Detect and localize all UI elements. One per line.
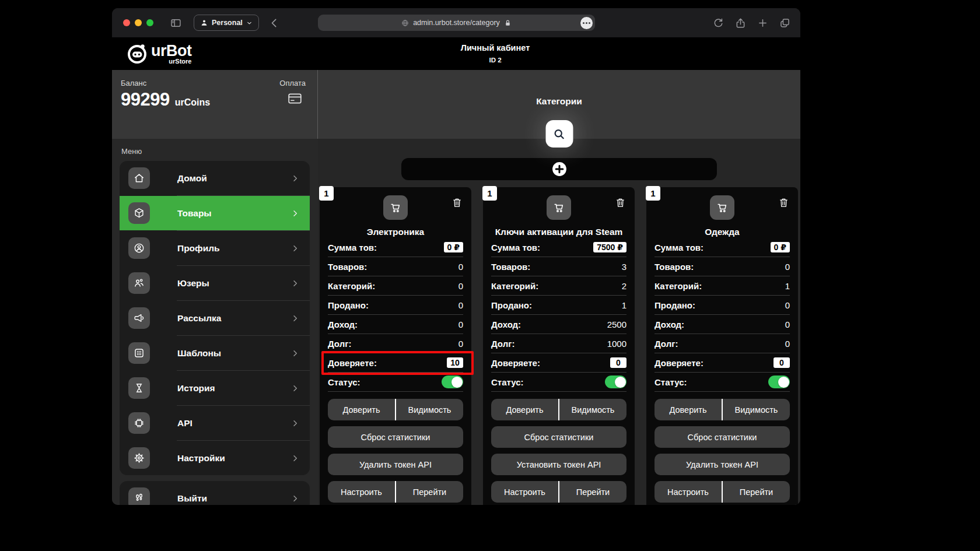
card-index-badge: 1 xyxy=(482,186,497,201)
zoom-window-button[interactable] xyxy=(146,19,153,26)
card-actions: ДоверитьВидимостьСброс статистикиУдалить… xyxy=(654,399,790,503)
page-heading: Личный кабинет ID 2 xyxy=(461,43,530,64)
configure-button[interactable]: Настроить xyxy=(328,481,395,503)
stat-value-badge: 0 xyxy=(610,357,626,368)
configure-button[interactable]: Настроить xyxy=(491,481,558,503)
stat-row: Долг:1000 xyxy=(491,334,626,353)
menu: ДомойТоварыПрофильЮзерыРассылкаШаблоныИс… xyxy=(120,161,310,475)
trust-button[interactable]: Доверить xyxy=(328,399,395,420)
status-toggle[interactable] xyxy=(442,375,463,388)
go-button[interactable]: Перейти xyxy=(723,481,790,503)
sidebar-item-settings[interactable]: Настройки xyxy=(120,441,310,475)
stat-label: Статус: xyxy=(328,377,360,387)
search-button[interactable] xyxy=(545,120,573,148)
add-category-button[interactable] xyxy=(401,158,717,180)
toggle-knob xyxy=(778,377,789,388)
sidebar-toggle-icon[interactable] xyxy=(170,17,182,29)
share-icon[interactable] xyxy=(734,17,747,29)
minimize-window-button[interactable] xyxy=(135,19,142,26)
stat-label: Доход: xyxy=(654,320,684,329)
sidebar-item-products[interactable]: Товары xyxy=(120,196,310,230)
reset-stats-button[interactable]: Сброс статистики xyxy=(328,426,463,448)
sidebar-item-users[interactable]: Юзеры xyxy=(120,266,310,300)
stat-row: Товаров:0 xyxy=(654,257,790,276)
back-icon[interactable] xyxy=(268,17,281,29)
stat-value: 0 xyxy=(785,320,790,329)
stat-label: Статус: xyxy=(654,377,687,387)
sidebar-item-logout[interactable]: Выйти xyxy=(120,481,310,505)
profile-switcher-button[interactable]: Personal xyxy=(194,15,259,31)
chevron-right-icon xyxy=(290,494,300,503)
new-tab-icon[interactable] xyxy=(757,17,769,29)
urbot-logo[interactable]: urBot urStore xyxy=(126,42,191,65)
reload-icon[interactable] xyxy=(712,17,724,29)
sidebar-item-history[interactable]: История xyxy=(120,371,310,405)
status-toggle[interactable] xyxy=(605,375,626,388)
toggle-knob xyxy=(615,377,626,388)
megaphone-icon xyxy=(128,307,150,329)
token-button[interactable]: Удалить токен API xyxy=(328,454,463,475)
logout-card: Выйти xyxy=(120,481,310,505)
sidebar-item-label: Настройки xyxy=(177,453,290,464)
card-actions: ДоверитьВидимостьСброс статистикиУстанов… xyxy=(491,399,626,503)
stat-label: Сумма тов: xyxy=(654,243,704,252)
chevron-right-icon xyxy=(290,349,300,358)
sidebar-item-label: Рассылка xyxy=(177,313,290,324)
stat-label: Продано: xyxy=(654,300,695,310)
stat-value: 3 xyxy=(622,262,626,272)
browser-toolbar: Personal admin.urbot.store/category xyxy=(112,8,800,37)
token-button[interactable]: Удалить токен API xyxy=(654,454,790,475)
go-button[interactable]: Перейти xyxy=(396,481,463,503)
status-toggle[interactable] xyxy=(768,375,790,388)
address-bar[interactable]: admin.urbot.store/category xyxy=(318,15,595,31)
stat-value-badge: 7500 ₽ xyxy=(593,242,626,252)
logo-text: urBot xyxy=(151,43,191,59)
close-window-button[interactable] xyxy=(123,19,130,26)
sidebar-item-broadcast[interactable]: Рассылка xyxy=(120,301,310,335)
stat-value: 0 xyxy=(785,339,790,349)
stat-value-badge: 0 ₽ xyxy=(771,242,790,252)
go-button[interactable]: Перейти xyxy=(559,481,626,503)
card-stats: Сумма тов:7500 ₽Товаров:3Категорий:2Прод… xyxy=(491,238,626,392)
balance-label: Баланс xyxy=(121,79,307,87)
section-title: Категории xyxy=(318,70,800,107)
card-actions: ДоверитьВидимостьСброс статистикиУдалить… xyxy=(328,399,463,503)
stat-value: 1000 xyxy=(607,339,626,349)
stat-value: 0 xyxy=(459,320,463,329)
credit-card-icon[interactable] xyxy=(285,91,304,106)
sidebar-item-home[interactable]: Домой xyxy=(120,161,310,195)
visibility-button[interactable]: Видимость xyxy=(723,399,790,420)
visibility-button[interactable]: Видимость xyxy=(396,399,463,420)
configure-go-buttons: НастроитьПерейти xyxy=(491,481,626,503)
visibility-button[interactable]: Видимость xyxy=(559,399,626,420)
token-button[interactable]: Установить токен API xyxy=(491,454,626,475)
card-title: Электроника xyxy=(328,227,463,237)
reset-stats-button[interactable]: Сброс статистики xyxy=(491,426,626,448)
stat-label: Товаров: xyxy=(491,262,530,272)
trash-icon[interactable] xyxy=(778,196,790,210)
trash-icon[interactable] xyxy=(451,196,463,210)
stat-row: Статус: xyxy=(328,373,463,392)
sidebar-item-profile[interactable]: Профиль xyxy=(120,231,310,265)
stat-row: Доход:0 xyxy=(654,315,790,334)
sidebar-item-templates[interactable]: Шаблоны xyxy=(120,336,310,370)
sidebar-item-api[interactable]: API xyxy=(120,406,310,440)
stat-label: Статус: xyxy=(491,377,524,387)
stat-label: Доверяете: xyxy=(328,358,377,368)
stat-label: Продано: xyxy=(328,300,369,310)
stat-label: Долг: xyxy=(491,339,514,349)
stat-value: 2500 xyxy=(607,320,626,329)
browser-window: Personal admin.urbot.store/category xyxy=(112,8,800,505)
profile-icon xyxy=(128,237,150,259)
trust-button[interactable]: Доверить xyxy=(654,399,722,420)
ellipsis-icon[interactable] xyxy=(580,17,593,29)
tabs-overview-icon[interactable] xyxy=(779,17,791,29)
trust-visibility-buttons: ДоверитьВидимость xyxy=(491,399,626,420)
configure-button[interactable]: Настроить xyxy=(654,481,722,503)
stat-value: 1 xyxy=(622,300,626,310)
trash-icon[interactable] xyxy=(614,196,626,210)
trust-button[interactable]: Доверить xyxy=(491,399,558,420)
stat-label: Сумма тов: xyxy=(491,243,540,252)
logo-subtext: urStore xyxy=(151,58,191,65)
reset-stats-button[interactable]: Сброс статистики xyxy=(654,426,790,448)
